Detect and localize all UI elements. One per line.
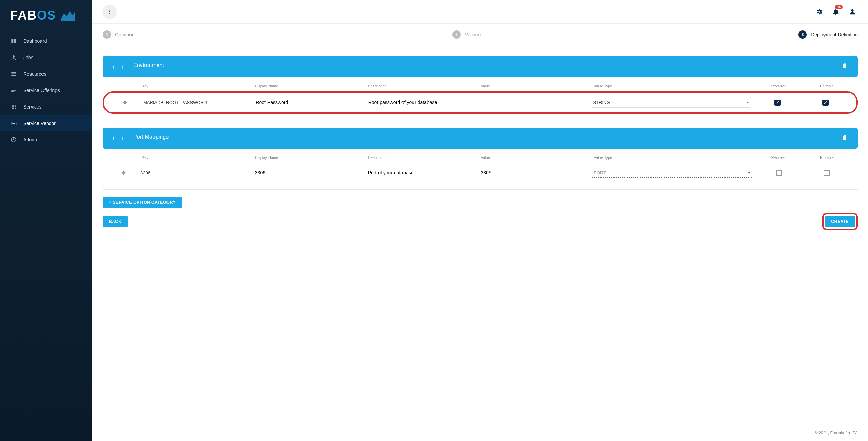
offerings-icon	[10, 87, 17, 94]
svg-rect-0	[11, 39, 13, 41]
env-value-type-select[interactable]: STRING ▾	[592, 98, 750, 108]
caret-down-icon: ▾	[748, 171, 750, 175]
port-value-type-select[interactable]: PORT ▾	[592, 168, 752, 178]
svg-point-11	[12, 106, 13, 108]
arrow-down-icon[interactable]: ↓	[121, 135, 124, 141]
svg-point-22	[109, 11, 110, 12]
port-row-3306: ✥ 3306 PORT ▾	[103, 163, 858, 182]
caret-down-icon: ▾	[747, 101, 749, 104]
svg-point-4	[13, 55, 15, 58]
env-display-name-input[interactable]	[254, 97, 360, 108]
sidebar-item-services[interactable]: Services	[0, 99, 92, 115]
env-editable-checkbox[interactable]	[822, 100, 829, 106]
env-description-input[interactable]	[367, 97, 472, 108]
topbar: 16	[92, 0, 868, 23]
footer: © 2021, Fraunhofer IPA	[92, 425, 868, 441]
admin-icon	[10, 136, 17, 143]
step-common[interactable]: 1 Common	[103, 30, 135, 39]
step-deployment-definition[interactable]: 3 Deployment Definition	[798, 30, 858, 39]
svg-rect-2	[11, 41, 13, 43]
sidebar-item-dashboard[interactable]: Dashboard	[0, 33, 92, 49]
sidebar-item-jobs[interactable]: Jobs	[0, 49, 92, 66]
port-description-input[interactable]	[367, 167, 473, 178]
create-button-highlight: Create	[822, 213, 858, 230]
col-value: Value	[479, 84, 585, 88]
col-required: Required	[758, 84, 799, 88]
logo: FABOS	[0, 0, 92, 33]
account-button[interactable]	[847, 6, 858, 17]
step-number: 3	[798, 30, 807, 39]
jobs-icon	[10, 54, 17, 61]
drag-handle-icon[interactable]: ✥	[114, 99, 135, 106]
svg-point-15	[13, 108, 14, 109]
create-button[interactable]: Create	[825, 216, 855, 227]
env-key: MARIADB_ROOT_PASSWORD	[142, 97, 247, 108]
section-header-environment: ↑ ↓ Environment	[103, 56, 858, 77]
svg-point-16	[15, 108, 16, 109]
trash-icon[interactable]	[841, 134, 848, 142]
svg-rect-18	[12, 123, 15, 124]
step-label: Version	[465, 32, 481, 37]
value-type-label: PORT	[594, 170, 606, 175]
env-required-checkbox[interactable]	[774, 100, 781, 106]
trash-icon[interactable]	[841, 62, 848, 71]
section-header-port-mappings: ↑ ↓ Port Mappings	[103, 128, 858, 149]
col-required: Required	[758, 155, 799, 160]
svg-point-12	[13, 106, 14, 108]
arrow-up-icon[interactable]: ↑	[112, 135, 115, 141]
env-value-input[interactable]	[479, 97, 585, 108]
svg-rect-3	[14, 41, 16, 43]
arrow-up-icon[interactable]: ↑	[112, 64, 115, 70]
port-column-headers: Key Display Name Description Value Value…	[103, 155, 858, 163]
sidebar-item-service-vendor[interactable]: Service Vendor	[0, 115, 92, 131]
dashboard-icon	[10, 38, 17, 45]
add-service-option-category-button[interactable]: + Service option category	[103, 197, 182, 208]
gear-icon	[816, 8, 823, 15]
svg-point-9	[13, 105, 14, 106]
col-editable: Editable	[806, 155, 847, 160]
back-button[interactable]: Back	[103, 216, 128, 227]
sidebar-item-label: Resources	[23, 71, 46, 77]
sidebar-item-label: Services	[23, 104, 42, 110]
person-icon	[848, 8, 856, 15]
step-version[interactable]: 2 Version	[452, 30, 481, 39]
sidebar-item-admin[interactable]: Admin	[0, 131, 92, 148]
step-number: 2	[452, 30, 461, 39]
col-vtype: Value Type	[592, 155, 752, 160]
step-label: Common	[115, 32, 135, 37]
sidebar-item-resources[interactable]: Resources	[0, 66, 92, 82]
col-desc: Description	[367, 84, 473, 88]
drag-handle-icon[interactable]: ✥	[113, 169, 134, 176]
port-value-input[interactable]	[479, 167, 585, 178]
svg-point-13	[15, 106, 16, 108]
env-row-mariadb-root-password: ✥ MARIADB_ROOT_PASSWORD STRING ▾	[103, 91, 858, 114]
nav: Dashboard Jobs Resources Service Offerin…	[0, 33, 92, 148]
vendor-icon	[10, 120, 17, 127]
svg-point-21	[109, 10, 110, 11]
sidebar-item-service-offerings[interactable]: Service Offerings	[0, 82, 92, 99]
notifications-button[interactable]: 16	[830, 6, 841, 17]
step-number: 1	[103, 30, 111, 39]
section-title: Environment	[133, 62, 826, 71]
env-column-headers: Key Display Name Description Value Value…	[103, 84, 858, 91]
arrow-down-icon[interactable]: ↓	[121, 64, 124, 70]
col-value: Value	[479, 155, 585, 160]
port-editable-checkbox[interactable]	[824, 170, 830, 176]
svg-point-24	[851, 9, 853, 12]
more-menu-button[interactable]	[103, 5, 116, 18]
svg-rect-7	[11, 75, 16, 76]
section-title: Port Mappings	[133, 134, 826, 142]
sidebar-item-label: Admin	[23, 137, 37, 142]
actions-row: + Service option category	[103, 197, 858, 208]
svg-point-20	[13, 138, 15, 140]
services-icon	[10, 103, 17, 110]
value-type-label: STRING	[593, 100, 610, 105]
col-key: Key	[140, 84, 247, 88]
port-display-name-input[interactable]	[253, 167, 360, 178]
port-required-checkbox[interactable]	[776, 170, 782, 176]
svg-rect-1	[14, 39, 16, 41]
more-vert-icon	[107, 9, 112, 14]
svg-point-10	[15, 105, 16, 106]
col-editable: Editable	[806, 84, 847, 88]
settings-button[interactable]	[814, 6, 825, 17]
